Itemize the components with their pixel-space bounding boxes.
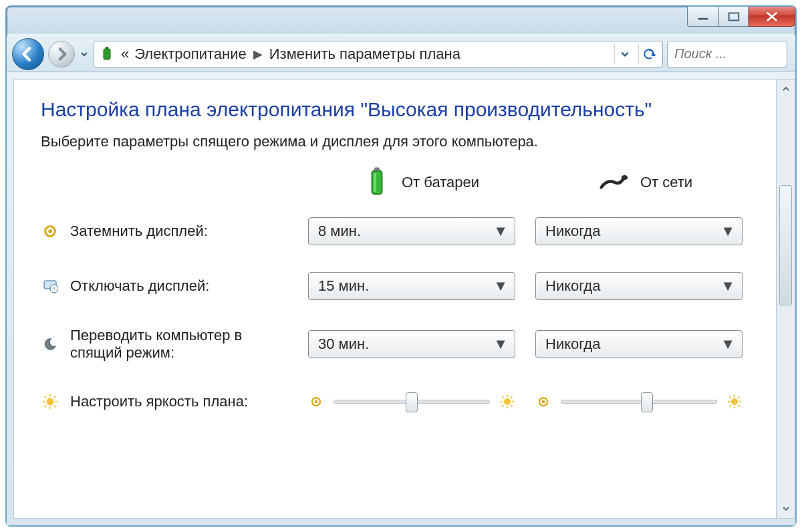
svg-rect-7: [374, 173, 376, 192]
sleep-label: Переводить компьютер в спящий режим:: [70, 327, 291, 362]
svg-rect-3: [106, 47, 108, 49]
dim-ac-select[interactable]: Никогда ▼: [535, 217, 743, 245]
column-headers: От батареи От сети: [41, 164, 757, 201]
minimize-button[interactable]: [687, 7, 719, 27]
row-off-display: Отключать дисплей: 15 мин. ▼ Никогда ▼: [41, 272, 757, 300]
slider-thumb[interactable]: [641, 392, 653, 412]
dim-battery-value: 8 мин.: [318, 223, 361, 240]
breadcrumb-part2[interactable]: Изменить параметры плана: [269, 45, 460, 63]
address-dropdown-button[interactable]: [614, 44, 634, 64]
sun-large-icon: [499, 394, 515, 410]
scroll-up-button[interactable]: [777, 80, 795, 98]
chevron-down-icon: ▼: [720, 223, 735, 240]
column-battery-label: От батареи: [402, 174, 479, 191]
column-battery: От батареи: [308, 164, 535, 201]
svg-rect-0: [698, 17, 708, 19]
sleep-battery-value: 30 мин.: [318, 336, 369, 353]
close-button[interactable]: [749, 7, 795, 27]
row-brightness: Настроить яркость плана:: [41, 388, 757, 415]
dim-label: Затемнить дисплей:: [70, 223, 208, 240]
chevron-down-icon: ▼: [493, 277, 508, 295]
moon-icon: [41, 335, 59, 354]
search-input[interactable]: [673, 45, 802, 62]
brightness-battery-slider[interactable]: [308, 388, 515, 415]
titlebar: [7, 7, 795, 36]
svg-rect-1: [728, 13, 739, 20]
vertical-scrollbar[interactable]: [777, 79, 795, 519]
off-label: Отключать дисплей:: [70, 277, 209, 295]
svg-rect-2: [104, 49, 110, 59]
sleep-ac-select[interactable]: Никогда ▼: [535, 330, 743, 358]
column-ac-label: От сети: [640, 174, 692, 191]
svg-point-19: [731, 398, 738, 405]
svg-point-15: [315, 400, 318, 404]
row-sleep: Переводить компьютер в спящий режим: 30 …: [41, 327, 757, 362]
sleep-ac-value: Никогда: [545, 336, 600, 353]
off-ac-value: Никогда: [545, 277, 600, 295]
svg-point-18: [542, 400, 545, 404]
svg-point-16: [504, 398, 511, 405]
client-wrap: Настройка плана электропитания "Высокая …: [7, 72, 795, 525]
scroll-track[interactable]: [777, 98, 795, 499]
breadcrumb-part1[interactable]: Электропитание: [134, 45, 247, 63]
dim-indicator-icon: [41, 222, 59, 241]
address-bar[interactable]: « Электропитание ▶ Изменить параметры пл…: [94, 41, 663, 68]
breadcrumb-prefix: «: [121, 45, 129, 63]
breadcrumb-sep-icon: ▶: [252, 47, 264, 61]
page-title: Настройка плана электропитания "Высокая …: [41, 98, 757, 121]
svg-point-10: [48, 229, 52, 233]
slider-track[interactable]: [561, 400, 717, 404]
off-ac-select[interactable]: Никогда ▼: [535, 272, 743, 300]
navbar: « Электропитание ▶ Изменить параметры пл…: [7, 36, 795, 72]
column-ac: От сети: [535, 172, 756, 192]
brightness-label: Настроить яркость плана:: [70, 393, 248, 410]
off-battery-value: 15 мин.: [318, 277, 369, 295]
power-plan-icon: [98, 45, 116, 63]
slider-thumb[interactable]: [406, 392, 418, 412]
svg-point-13: [47, 398, 54, 406]
dim-ac-value: Никогда: [545, 223, 600, 240]
row-dim-display: Затемнить дисплей: 8 мин. ▼ Никогда ▼: [41, 217, 757, 245]
nav-history-dropdown[interactable]: [79, 39, 90, 69]
sun-small-icon: [308, 394, 324, 410]
off-battery-select[interactable]: 15 мин. ▼: [308, 272, 515, 300]
refresh-button[interactable]: [638, 44, 658, 64]
content-panel: Настройка плана электропитания "Высокая …: [13, 79, 777, 519]
chevron-down-icon: ▼: [493, 336, 508, 353]
nav-back-button[interactable]: [12, 38, 44, 70]
chevron-down-icon: ▼: [493, 223, 508, 240]
dim-battery-select[interactable]: 8 мин. ▼: [308, 217, 515, 245]
scroll-thumb[interactable]: [779, 185, 792, 305]
svg-point-8: [622, 175, 628, 180]
plug-icon: [599, 172, 628, 192]
maximize-button[interactable]: [719, 7, 749, 27]
chevron-down-icon: ▼: [720, 277, 735, 295]
sun-large-icon: [726, 394, 743, 410]
sun-icon: [41, 392, 59, 411]
svg-rect-5: [372, 171, 382, 194]
slider-track[interactable]: [333, 400, 490, 404]
sun-small-icon: [535, 394, 551, 410]
svg-rect-6: [374, 168, 380, 171]
search-box[interactable]: [667, 41, 787, 68]
chevron-down-icon: ▼: [720, 336, 735, 353]
page-subtitle: Выберите параметры спящего режима и дисп…: [41, 133, 757, 150]
monitor-clock-icon: [41, 277, 59, 295]
window-frame: « Электропитание ▶ Изменить параметры пл…: [5, 5, 797, 527]
nav-forward-button[interactable]: [48, 41, 75, 68]
brightness-ac-slider[interactable]: [535, 388, 743, 415]
battery-icon: [364, 164, 390, 201]
sleep-battery-select[interactable]: 30 мин. ▼: [308, 330, 515, 358]
scroll-down-button[interactable]: [777, 499, 795, 518]
